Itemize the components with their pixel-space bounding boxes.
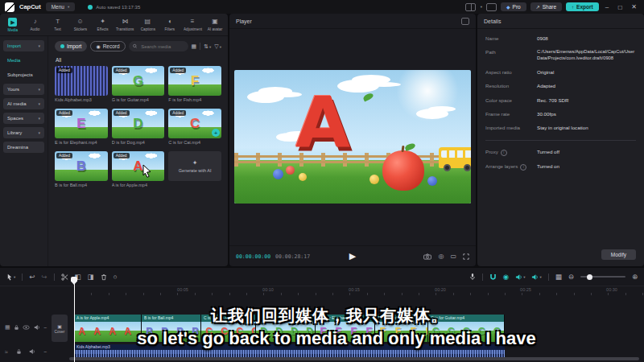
minimize-button[interactable]: –	[603, 3, 611, 10]
tab-adjustment[interactable]: ≡Adjustment	[181, 18, 204, 31]
collapse-track-icon[interactable]: −	[43, 349, 47, 355]
details-header-title: Details	[484, 19, 501, 24]
sidebar-item-subprojects[interactable]: Subprojects	[3, 69, 44, 80]
sort-icon[interactable]: ⇅▾	[204, 43, 211, 50]
divider	[485, 140, 636, 141]
record-button[interactable]: ◉Record	[90, 41, 125, 51]
video-thumbnail[interactable]: AddedE	[55, 109, 108, 138]
add-to-timeline-icon[interactable]: +	[212, 129, 220, 137]
generate-with-ai-tile[interactable]: ✦Generate with AI	[168, 151, 221, 187]
track-layers-icon[interactable]: ▦	[5, 324, 10, 331]
export-up-icon: ↑	[572, 5, 574, 10]
sidebar-item-yours[interactable]: Yours▾	[3, 84, 44, 95]
tab-effects[interactable]: ✦Effects	[92, 18, 114, 31]
video-thumbnail[interactable]: AddedA	[112, 151, 165, 181]
video-thumbnail[interactable]: AddedD	[112, 109, 165, 138]
tab-stickers[interactable]: ☺Stickers	[69, 18, 92, 31]
snapshot-camera-icon[interactable]	[423, 253, 431, 260]
media-item-f[interactable]: AddedF F is for Fish.mp4	[168, 66, 221, 102]
preview-quality-icon[interactable]: ▦	[555, 273, 562, 281]
mute-speaker-icon[interactable]	[29, 348, 35, 355]
linked-audio-toggle[interactable]: ▾	[515, 274, 525, 281]
layout-split-icon[interactable]	[465, 3, 476, 11]
sidebar-item-import[interactable]: Import▾	[3, 40, 44, 51]
media-item-g[interactable]: AddedG G is for Guitar.mp4	[112, 66, 165, 102]
sidebar-item-spaces[interactable]: Spaces▾	[3, 113, 44, 124]
video-thumbnail[interactable]: AddedB	[55, 151, 108, 181]
freeze-frame-icon[interactable]: ○	[114, 273, 118, 281]
media-item-d[interactable]: AddedD D is for Dog.mp4	[112, 109, 165, 145]
tab-ai-avatar[interactable]: ▣AI avatar	[204, 18, 226, 31]
search-input[interactable]	[139, 43, 184, 50]
menu-button[interactable]: Menu ▾	[46, 2, 76, 11]
maximize-button[interactable]: ▢	[615, 4, 625, 10]
video-preview[interactable]: A	[234, 70, 471, 204]
waveform-icon[interactable]: ≈	[5, 349, 8, 355]
clip-a[interactable]: A is for Apple.mp4 AAAAA	[74, 315, 142, 342]
filter-all-label[interactable]: All	[56, 57, 221, 63]
timeline-zoom-in-button[interactable]: ⊕	[632, 273, 638, 281]
sidebar-item-ai-media[interactable]: AI media▾	[3, 98, 44, 109]
audio-monitor-toggle[interactable]: ▾	[531, 274, 541, 281]
timeline-horizontal-scrollbar[interactable]	[69, 357, 639, 360]
auto-snap-icon[interactable]: ◉	[503, 273, 509, 281]
voiceover-mic-icon[interactable]	[469, 273, 476, 281]
fullscreen-icon[interactable]	[463, 253, 469, 260]
tab-captions[interactable]: ▤Captions	[136, 18, 159, 31]
chevron-down-icon[interactable]: ▾	[481, 5, 482, 9]
media-item-a[interactable]: AddedA A is for Apple.mp4	[112, 151, 165, 187]
play-button[interactable]: ▶	[349, 251, 356, 261]
select-tool-button[interactable]: ▾	[6, 274, 15, 281]
mute-speaker-icon[interactable]	[34, 324, 40, 331]
audio-thumbnail[interactable]: Added	[55, 66, 108, 96]
focus-icon[interactable]: ◎	[438, 253, 444, 260]
sidebar-item-library[interactable]: Library▾	[3, 127, 44, 138]
sidebar-item-dreamina[interactable]: Dreamina	[3, 142, 44, 153]
share-button[interactable]: ↗ Share	[530, 2, 562, 11]
tab-audio[interactable]: ♪Audio	[24, 18, 47, 31]
player-expand-icon[interactable]	[461, 18, 469, 25]
ratio-icon[interactable]: ▭	[450, 253, 456, 260]
video-thumbnail[interactable]: AddedG	[112, 66, 165, 96]
media-item-e[interactable]: AddedE E is for Elephant.mp4	[55, 109, 108, 145]
undo-button[interactable]: ↩	[29, 273, 35, 281]
video-thumbnail[interactable]: AddedF	[168, 66, 221, 96]
panel-layout-icon[interactable]	[486, 3, 497, 11]
collapse-track-icon[interactable]: −	[43, 325, 47, 331]
magnetic-snap-icon[interactable]	[489, 274, 497, 281]
split-scissors-icon[interactable]	[61, 274, 68, 281]
import-button[interactable]: Import	[55, 41, 87, 51]
export-button[interactable]: ↑ Export	[566, 2, 599, 11]
hide-eye-icon[interactable]	[23, 325, 30, 330]
modify-button[interactable]: Modify	[601, 249, 636, 260]
pro-button[interactable]: ◆ Pro	[501, 2, 526, 11]
timeline-zoom-out-button[interactable]: ⊖	[568, 273, 574, 281]
lock-icon[interactable]	[16, 348, 22, 355]
tab-transitions[interactable]: ⋈Transitions	[114, 18, 137, 31]
media-item-c[interactable]: AddedC+ C is for Cat.mp4	[168, 109, 221, 145]
media-item-audio[interactable]: Added Kids Alphabet.mp3	[55, 66, 108, 102]
media-item-b[interactable]: AddedB B is for Ball.mp4	[55, 151, 108, 187]
speaker-icon	[515, 274, 522, 281]
filter-icon[interactable]: ▽▾	[214, 43, 221, 50]
search-box[interactable]	[129, 41, 188, 51]
view-grid-icon[interactable]: ▦	[192, 43, 197, 50]
cover-button[interactable]: ▣ Cover	[52, 315, 68, 342]
playhead[interactable]	[71, 277, 77, 362]
timeline-zoom-slider[interactable]	[580, 276, 625, 278]
ruler-label: 00:05	[177, 287, 188, 292]
close-button[interactable]: ✕	[629, 3, 639, 10]
sidebar-item-media[interactable]: Media	[3, 55, 44, 66]
delete-trash-icon[interactable]	[101, 274, 107, 281]
ruler-label: 00:20	[435, 287, 446, 292]
tab-filters[interactable]: ◐Filters	[159, 18, 181, 31]
slider-knob[interactable]	[587, 274, 592, 280]
video-thumbnail[interactable]: AddedC+	[168, 109, 221, 138]
divider	[200, 43, 200, 50]
redo-button[interactable]: ↪	[41, 273, 47, 281]
tab-text[interactable]: TText	[47, 18, 69, 31]
lock-icon[interactable]	[14, 324, 19, 331]
export-label: Export	[576, 4, 593, 10]
delete-right-icon[interactable]: ◨	[88, 273, 94, 281]
tab-media[interactable]: ▶Media	[2, 18, 24, 32]
